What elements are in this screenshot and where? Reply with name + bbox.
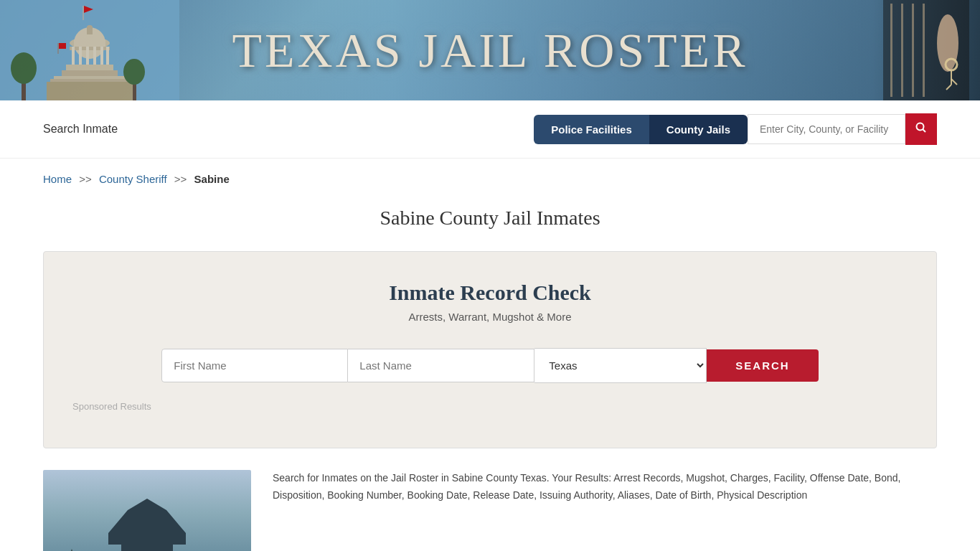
search-icon [915, 122, 927, 133]
breadcrumb-home[interactable]: Home [43, 173, 72, 185]
svg-rect-20 [47, 82, 133, 100]
svg-rect-13 [100, 47, 103, 65]
svg-rect-12 [93, 47, 96, 65]
bottom-section: Search for Inmates on the Jail Roster in… [43, 470, 937, 551]
record-check-form: AlabamaAlaskaArizonaArkansasCaliforniaCo… [72, 348, 908, 383]
building-silhouette [83, 499, 212, 551]
facility-search-input[interactable] [748, 114, 905, 144]
sponsored-results-label: Sponsored Results [72, 401, 908, 412]
svg-rect-14 [106, 47, 109, 65]
record-check-subtitle: Arrests, Warrant, Mugshot & More [72, 311, 908, 323]
svg-rect-8 [70, 47, 110, 50]
page-title: Sabine County Jail Inmates [43, 207, 937, 230]
nav-search-button[interactable] [905, 113, 937, 145]
svg-rect-30 [912, 4, 914, 97]
first-name-input[interactable] [161, 349, 348, 382]
jail-keys-icon [872, 0, 980, 100]
svg-rect-9 [72, 47, 75, 65]
svg-rect-5 [74, 39, 105, 47]
page-title-section: Sabine County Jail Inmates [0, 199, 980, 251]
nav-right: Police Facilities County Jails [534, 113, 937, 145]
svg-point-24 [123, 59, 145, 85]
svg-rect-26 [59, 43, 66, 49]
svg-rect-31 [923, 4, 925, 97]
breadcrumb-separator-1: >> [79, 173, 92, 185]
record-search-button[interactable]: SEARCH [707, 349, 818, 382]
county-description: Search for Inmates on the Jail Roster in… [273, 470, 937, 504]
svg-rect-10 [79, 47, 82, 65]
breadcrumb-county-sheriff[interactable]: County Sheriff [99, 173, 167, 185]
svg-rect-18 [54, 76, 126, 79]
svg-rect-15 [66, 65, 113, 70]
nav-bar: Search Inmate Police Facilities County J… [0, 100, 980, 159]
site-title: Texas Jail Roster [232, 22, 748, 79]
svg-rect-19 [50, 79, 129, 82]
svg-point-7 [87, 25, 93, 29]
svg-point-22 [11, 52, 37, 84]
svg-point-32 [937, 14, 958, 72]
search-inmate-label: Search Inmate [43, 123, 118, 136]
record-check-box: Inmate Record Check Arrests, Warrant, Mu… [43, 251, 937, 448]
svg-rect-16 [62, 70, 118, 76]
building-image [43, 470, 251, 551]
breadcrumb-current: Sabine [194, 173, 230, 185]
record-check-title: Inmate Record Check [72, 281, 908, 305]
header-banner: Texas Jail Roster [0, 0, 980, 100]
svg-rect-25 [57, 43, 59, 54]
capitol-building-icon [0, 0, 179, 100]
svg-line-38 [923, 129, 925, 132]
breadcrumb-separator-2: >> [174, 173, 187, 185]
svg-rect-1 [83, 6, 84, 20]
svg-rect-29 [901, 4, 903, 97]
county-jails-button[interactable]: County Jails [649, 115, 748, 144]
svg-rect-11 [86, 47, 89, 65]
last-name-input[interactable] [348, 349, 534, 382]
police-facilities-button[interactable]: Police Facilities [534, 115, 649, 144]
breadcrumb: Home >> County Sheriff >> Sabine [0, 159, 980, 199]
svg-rect-28 [890, 4, 892, 97]
state-select[interactable]: AlabamaAlaskaArizonaArkansasCaliforniaCo… [534, 348, 707, 383]
